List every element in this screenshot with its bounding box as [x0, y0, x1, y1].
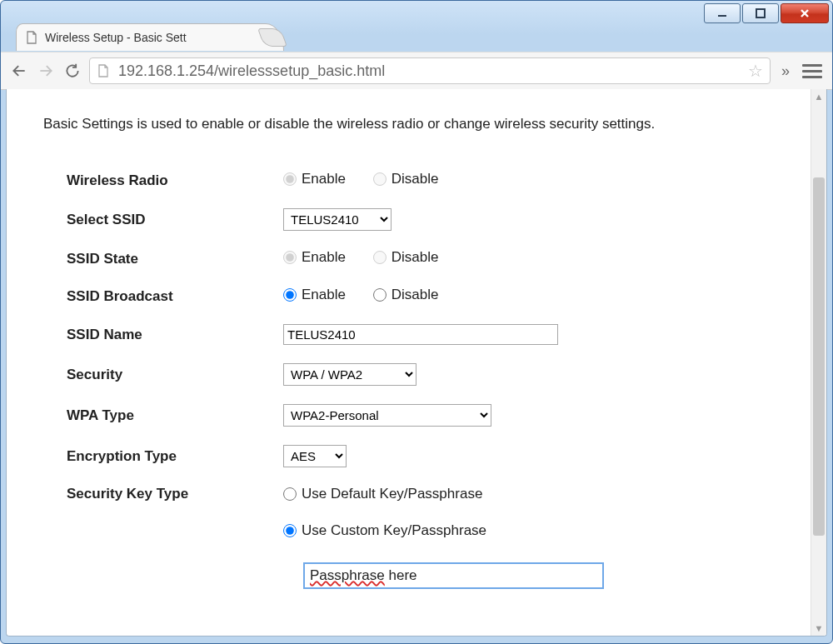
select-ssid-dropdown[interactable]: TELUS2410: [283, 208, 392, 231]
radio-label: Enable: [302, 287, 346, 303]
radio-label: Disable: [392, 171, 439, 187]
label-security: Security: [67, 367, 283, 383]
ssid-state-disable[interactable]: Disable: [373, 249, 439, 266]
label-wireless-radio: Wireless Radio: [67, 172, 283, 189]
label-ssid-broadcast: SSID Broadcast: [67, 288, 283, 305]
radio-input[interactable]: [373, 172, 387, 186]
scroll-up-arrow-icon[interactable]: ▲: [811, 89, 826, 104]
label-select-ssid: Select SSID: [67, 212, 283, 228]
browser-tab-active[interactable]: Wireless Setup - Basic Sett ×: [16, 23, 284, 51]
ssid-state-options: Enable Disable: [283, 249, 795, 268]
window-titlebar: [1, 1, 832, 25]
wpa-type-dropdown[interactable]: WPA2-Personal: [283, 404, 491, 427]
key-type-default[interactable]: Use Default Key/Passphrase: [283, 486, 771, 502]
bookmark-star-icon[interactable]: ☆: [748, 61, 763, 81]
encryption-type-dropdown[interactable]: AES: [283, 445, 347, 467]
passphrase-word: Passphrase: [310, 567, 385, 583]
radio-label: Disable: [392, 287, 439, 303]
settings-form: Wireless Radio Enable Disable Select SSI…: [67, 171, 795, 589]
ssid-state-enable[interactable]: Enable: [283, 249, 346, 266]
window-maximize-button[interactable]: [742, 3, 779, 23]
address-bar[interactable]: 192.168.1.254/wirelesssetup_basic.html ☆: [89, 57, 771, 84]
page-content: Basic Settings is used to enable or disa…: [7, 89, 826, 606]
ssid-name-input[interactable]: [283, 324, 558, 345]
reload-button[interactable]: [62, 61, 82, 81]
radio-label: Enable: [302, 171, 346, 187]
scroll-down-arrow-icon[interactable]: ▼: [811, 621, 826, 636]
wireless-radio-enable[interactable]: Enable: [283, 171, 346, 187]
radio-input[interactable]: [373, 288, 387, 302]
scrollbar-track[interactable]: [811, 104, 826, 621]
page-viewport: ▲ ▼ Basic Settings is used to enable or …: [6, 89, 827, 637]
radio-input[interactable]: [283, 487, 297, 501]
radio-label: Use Default Key/Passphrase: [302, 486, 482, 502]
radio-input[interactable]: [283, 288, 297, 302]
passphrase-input[interactable]: Passphrase here: [303, 562, 604, 589]
wireless-radio-options: Enable Disable: [283, 171, 795, 190]
label-ssid-name: SSID Name: [67, 327, 283, 343]
radio-label: Enable: [302, 249, 346, 266]
address-bar-url: 192.168.1.254/wirelesssetup_basic.html: [118, 62, 748, 80]
back-button[interactable]: [9, 61, 29, 81]
label-encryption-type: Encryption Type: [67, 448, 283, 465]
label-wpa-type: WPA Type: [67, 407, 283, 424]
window-frame: Wireless Setup - Basic Sett × 192.168.1.…: [0, 0, 833, 644]
svg-rect-1: [756, 9, 765, 17]
window-close-button[interactable]: [781, 3, 829, 23]
intro-text: Basic Settings is used to enable or disa…: [43, 116, 795, 132]
page-icon: [25, 31, 38, 44]
security-key-type-options: Use Default Key/Passphrase Use Custom Ke…: [283, 486, 795, 589]
key-type-custom[interactable]: Use Custom Key/Passphrase: [283, 522, 771, 539]
window-minimize-button[interactable]: [704, 3, 741, 23]
hamburger-menu-icon[interactable]: [801, 61, 824, 81]
ssid-broadcast-disable[interactable]: Disable: [373, 287, 439, 303]
ssid-broadcast-enable[interactable]: Enable: [283, 287, 346, 303]
radio-input[interactable]: [283, 524, 297, 537]
radio-input[interactable]: [373, 251, 387, 264]
radio-input[interactable]: [283, 251, 297, 264]
ssid-broadcast-options: Enable Disable: [283, 287, 795, 306]
label-security-key-type: Security Key Type: [67, 486, 283, 502]
radio-input[interactable]: [283, 172, 297, 186]
vertical-scrollbar[interactable]: ▲ ▼: [811, 89, 826, 636]
page-icon: [97, 64, 110, 77]
forward-button[interactable]: [36, 61, 56, 81]
security-dropdown[interactable]: WPA / WPA2: [283, 363, 416, 386]
radio-label: Use Custom Key/Passphrase: [302, 522, 486, 539]
browser-tabstrip: Wireless Setup - Basic Sett ×: [1, 23, 832, 52]
passphrase-rest: here: [385, 567, 417, 583]
radio-label: Disable: [392, 249, 439, 266]
toolbar-overflow-button[interactable]: »: [777, 62, 794, 80]
browser-tab-title: Wireless Setup - Basic Sett: [45, 31, 187, 44]
wireless-radio-disable[interactable]: Disable: [373, 171, 439, 187]
browser-toolbar: 192.168.1.254/wirelesssetup_basic.html ☆…: [1, 52, 832, 90]
scrollbar-thumb[interactable]: [813, 177, 825, 536]
label-ssid-state: SSID State: [67, 251, 283, 267]
